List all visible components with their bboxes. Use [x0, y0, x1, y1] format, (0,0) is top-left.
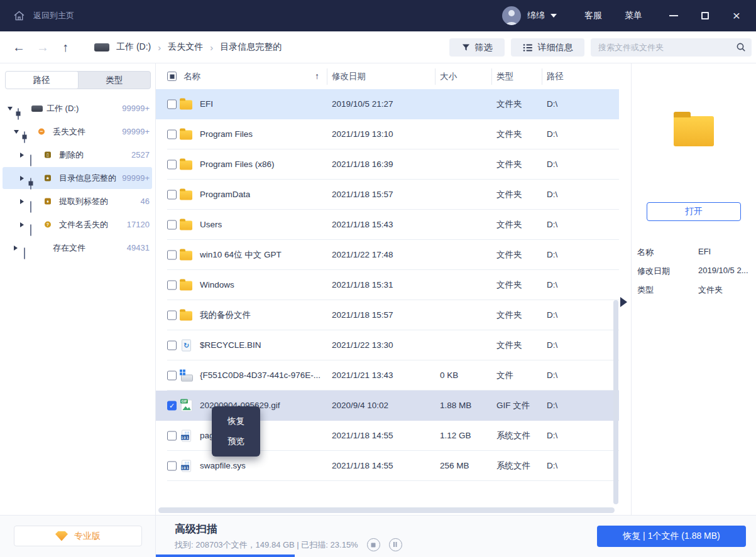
tree-checkbox[interactable]: [18, 108, 19, 120]
file-date: 2021/1/18 15:43: [332, 210, 393, 240]
tree-item[interactable]: 工作 (D:) 99999+: [0, 97, 155, 120]
tab-type[interactable]: 类型: [79, 72, 151, 89]
select-all-checkbox[interactable]: [167, 72, 177, 81]
expand-arrow-icon[interactable]: [20, 176, 24, 181]
pause-scan-button[interactable]: [389, 538, 402, 551]
tree-item[interactable]: 目录信息完整的 99999+: [0, 166, 155, 190]
forward-button[interactable]: [36, 31, 49, 63]
file-row[interactable]: $RECYCLE.BIN 2021/1/22 13:30 文件夹 D:\: [156, 330, 619, 360]
row-checkbox[interactable]: [167, 190, 177, 200]
tree-checkbox[interactable]: [24, 247, 25, 259]
tab-path[interactable]: 路径: [6, 72, 79, 89]
row-checkbox[interactable]: [167, 371, 177, 381]
tree-item[interactable]: 删除的 2527: [0, 143, 155, 166]
tree-checkbox[interactable]: [30, 154, 31, 166]
column-type[interactable]: 类型: [496, 63, 513, 89]
tree-checkbox[interactable]: [30, 224, 31, 236]
file-row[interactable]: win10 64位 中文 GPT 2021/1/22 17:48 文件夹 D:\: [156, 240, 619, 270]
support-button[interactable]: 客服: [584, 10, 602, 21]
stop-scan-button[interactable]: [367, 538, 380, 551]
column-divider[interactable]: [542, 68, 542, 85]
column-size[interactable]: 大小: [440, 63, 457, 89]
tree-item[interactable]: 丢失文件 99999+: [0, 120, 155, 143]
column-divider[interactable]: [327, 68, 327, 85]
row-checkbox[interactable]: [167, 311, 177, 320]
upgrade-label: 专业版: [74, 531, 101, 542]
close-button[interactable]: [730, 9, 743, 22]
vertical-scrollbar[interactable]: [613, 300, 618, 504]
row-checkbox[interactable]: [167, 341, 177, 350]
back-to-home-button[interactable]: 返回到主页: [0, 9, 74, 23]
column-path[interactable]: 路径: [547, 63, 564, 89]
tree-checkbox[interactable]: [24, 131, 25, 143]
preview-fields: 名称 EFI 修改日期 2019/10/5 2... 类型 文件夹: [637, 247, 752, 303]
close-icon: [733, 9, 740, 23]
collapse-panel-arrow[interactable]: [620, 297, 627, 307]
search-input[interactable]: [591, 38, 730, 57]
file-row[interactable]: EFI 2019/10/5 21:27 文件夹 D:\: [156, 89, 619, 119]
minimize-button[interactable]: [667, 9, 680, 22]
menu-button[interactable]: 菜单: [625, 10, 642, 21]
column-divider[interactable]: [435, 68, 436, 85]
search-icon[interactable]: [736, 42, 746, 52]
file-row[interactable]: 我的备份文件 2021/1/18 15:57 文件夹 D:\: [156, 300, 619, 330]
tree-item[interactable]: 存在文件 49431: [0, 236, 155, 259]
row-checkbox[interactable]: [167, 251, 177, 260]
file-type-icon: [180, 191, 192, 200]
tree-item[interactable]: 提取到标签的 46: [0, 190, 155, 213]
breadcrumb-item-drive[interactable]: 工作 (D:): [116, 41, 151, 53]
tree-folder-icon: [44, 197, 55, 205]
expand-arrow-icon[interactable]: [20, 199, 24, 204]
row-checkbox[interactable]: [167, 401, 177, 411]
up-button[interactable]: [62, 31, 68, 63]
column-divider[interactable]: [491, 68, 492, 85]
context-menu-preview[interactable]: 预览: [212, 431, 260, 452]
breadcrumb-item-lost-files[interactable]: 丢失文件: [168, 41, 203, 53]
upgrade-button[interactable]: 专业版: [14, 526, 142, 546]
gem-icon: [55, 531, 68, 541]
tree-checkbox[interactable]: [30, 178, 31, 190]
file-row[interactable]: Program Files (x86) 2021/1/18 16:39 文件夹 …: [156, 149, 619, 180]
breadcrumb-item-current[interactable]: 目录信息完整的: [220, 41, 282, 53]
expand-arrow-icon[interactable]: [8, 107, 13, 111]
file-name: 我的备份文件: [200, 300, 251, 330]
row-checkbox[interactable]: [167, 220, 177, 230]
recover-button[interactable]: 恢复 | 1个文件 (1.88 MB): [597, 526, 746, 547]
user-avatar[interactable]: [502, 6, 521, 25]
file-type: 文件夹: [496, 330, 522, 360]
tree-folder-icon: [44, 174, 55, 182]
file-type: 文件夹: [496, 270, 522, 300]
back-button[interactable]: [13, 31, 25, 63]
expand-arrow-icon[interactable]: [20, 222, 24, 227]
context-menu-recover[interactable]: 恢复: [212, 411, 260, 431]
row-checkbox[interactable]: [167, 100, 177, 109]
tree-checkbox[interactable]: [30, 201, 31, 213]
file-name: Program Files (x86): [200, 149, 275, 180]
file-row[interactable]: Windows 2021/1/18 15:31 文件夹 D:\: [156, 270, 619, 300]
tree-item[interactable]: 文件名丢失的 17120: [0, 213, 155, 236]
column-name[interactable]: 名称: [184, 63, 200, 89]
row-checkbox[interactable]: [167, 160, 177, 170]
row-checkbox[interactable]: [167, 281, 177, 290]
row-checkbox[interactable]: [167, 431, 177, 441]
expand-arrow-icon[interactable]: [14, 130, 19, 134]
file-row[interactable]: {F551C0D8-4D37-441c-976E-... 2021/1/21 1…: [156, 360, 619, 391]
row-checkbox[interactable]: [167, 130, 177, 139]
file-path: D:\: [547, 300, 557, 330]
column-date[interactable]: 修改日期: [332, 63, 366, 89]
file-row[interactable]: ProgramData 2021/1/18 15:57 文件夹 D:\: [156, 180, 619, 210]
file-row[interactable]: Users 2021/1/18 15:43 文件夹 D:\: [156, 210, 619, 240]
row-checkbox[interactable]: [167, 462, 177, 471]
open-button[interactable]: 打开: [647, 202, 741, 221]
details-view-button[interactable]: 详细信息: [511, 38, 584, 57]
expand-arrow-icon[interactable]: [14, 246, 18, 251]
file-row[interactable]: Program Files 2021/1/19 13:10 文件夹 D:\: [156, 119, 619, 149]
file-path: D:\: [547, 89, 557, 119]
file-date: 2021/1/19 13:10: [332, 119, 393, 149]
horizontal-scrollbar[interactable]: [158, 507, 615, 513]
filter-button[interactable]: 筛选: [449, 38, 505, 57]
maximize-button[interactable]: [699, 9, 711, 22]
sort-ascending-icon[interactable]: [315, 63, 319, 89]
user-menu[interactable]: 绵绵: [527, 10, 557, 21]
expand-arrow-icon[interactable]: [20, 153, 24, 158]
